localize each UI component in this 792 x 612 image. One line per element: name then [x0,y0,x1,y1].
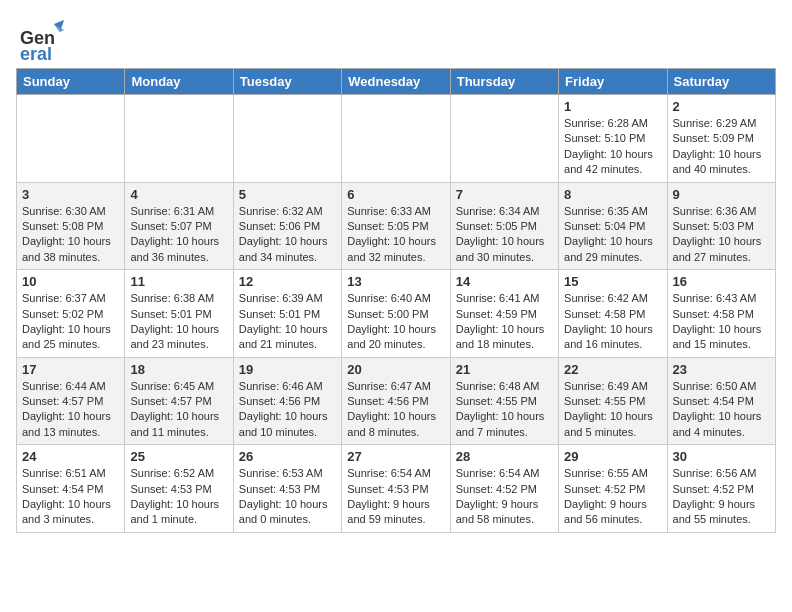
day-info: Sunrise: 6:48 AM Sunset: 4:55 PM Dayligh… [456,379,553,441]
day-info: Sunrise: 6:39 AM Sunset: 5:01 PM Dayligh… [239,291,336,353]
day-number: 22 [564,362,661,377]
calendar-cell: 1Sunrise: 6:28 AM Sunset: 5:10 PM Daylig… [559,95,667,183]
day-info: Sunrise: 6:42 AM Sunset: 4:58 PM Dayligh… [564,291,661,353]
calendar-cell: 20Sunrise: 6:47 AM Sunset: 4:56 PM Dayli… [342,357,450,445]
calendar-cell: 2Sunrise: 6:29 AM Sunset: 5:09 PM Daylig… [667,95,775,183]
calendar-cell: 15Sunrise: 6:42 AM Sunset: 4:58 PM Dayli… [559,270,667,358]
calendar-cell: 8Sunrise: 6:35 AM Sunset: 5:04 PM Daylig… [559,182,667,270]
calendar-cell: 18Sunrise: 6:45 AM Sunset: 4:57 PM Dayli… [125,357,233,445]
day-number: 16 [673,274,770,289]
day-info: Sunrise: 6:33 AM Sunset: 5:05 PM Dayligh… [347,204,444,266]
logo: Gen eral [20,16,68,60]
day-number: 3 [22,187,119,202]
column-header-thursday: Thursday [450,69,558,95]
calendar-table: SundayMondayTuesdayWednesdayThursdayFrid… [16,68,776,533]
day-number: 15 [564,274,661,289]
calendar-cell: 23Sunrise: 6:50 AM Sunset: 4:54 PM Dayli… [667,357,775,445]
calendar-cell: 11Sunrise: 6:38 AM Sunset: 5:01 PM Dayli… [125,270,233,358]
day-number: 20 [347,362,444,377]
calendar-cell: 19Sunrise: 6:46 AM Sunset: 4:56 PM Dayli… [233,357,341,445]
svg-text:eral: eral [20,44,52,60]
calendar-cell [342,95,450,183]
day-info: Sunrise: 6:40 AM Sunset: 5:00 PM Dayligh… [347,291,444,353]
day-info: Sunrise: 6:29 AM Sunset: 5:09 PM Dayligh… [673,116,770,178]
day-number: 10 [22,274,119,289]
day-info: Sunrise: 6:44 AM Sunset: 4:57 PM Dayligh… [22,379,119,441]
day-number: 5 [239,187,336,202]
day-info: Sunrise: 6:31 AM Sunset: 5:07 PM Dayligh… [130,204,227,266]
day-number: 7 [456,187,553,202]
calendar-cell [450,95,558,183]
day-info: Sunrise: 6:41 AM Sunset: 4:59 PM Dayligh… [456,291,553,353]
day-number: 17 [22,362,119,377]
day-number: 18 [130,362,227,377]
day-number: 29 [564,449,661,464]
calendar-cell: 7Sunrise: 6:34 AM Sunset: 5:05 PM Daylig… [450,182,558,270]
day-info: Sunrise: 6:56 AM Sunset: 4:52 PM Dayligh… [673,466,770,528]
calendar-cell: 12Sunrise: 6:39 AM Sunset: 5:01 PM Dayli… [233,270,341,358]
day-number: 13 [347,274,444,289]
day-number: 23 [673,362,770,377]
column-header-monday: Monday [125,69,233,95]
calendar-cell: 29Sunrise: 6:55 AM Sunset: 4:52 PM Dayli… [559,445,667,533]
day-number: 9 [673,187,770,202]
calendar-cell: 14Sunrise: 6:41 AM Sunset: 4:59 PM Dayli… [450,270,558,358]
day-info: Sunrise: 6:36 AM Sunset: 5:03 PM Dayligh… [673,204,770,266]
day-number: 1 [564,99,661,114]
column-header-saturday: Saturday [667,69,775,95]
calendar-cell: 26Sunrise: 6:53 AM Sunset: 4:53 PM Dayli… [233,445,341,533]
calendar-cell: 24Sunrise: 6:51 AM Sunset: 4:54 PM Dayli… [17,445,125,533]
day-number: 27 [347,449,444,464]
day-info: Sunrise: 6:51 AM Sunset: 4:54 PM Dayligh… [22,466,119,528]
calendar-cell: 9Sunrise: 6:36 AM Sunset: 5:03 PM Daylig… [667,182,775,270]
day-info: Sunrise: 6:45 AM Sunset: 4:57 PM Dayligh… [130,379,227,441]
day-info: Sunrise: 6:43 AM Sunset: 4:58 PM Dayligh… [673,291,770,353]
column-header-sunday: Sunday [17,69,125,95]
calendar-cell [125,95,233,183]
calendar-cell: 4Sunrise: 6:31 AM Sunset: 5:07 PM Daylig… [125,182,233,270]
day-number: 30 [673,449,770,464]
calendar-week-4: 17Sunrise: 6:44 AM Sunset: 4:57 PM Dayli… [17,357,776,445]
calendar-cell: 13Sunrise: 6:40 AM Sunset: 5:00 PM Dayli… [342,270,450,358]
column-header-friday: Friday [559,69,667,95]
calendar-cell: 21Sunrise: 6:48 AM Sunset: 4:55 PM Dayli… [450,357,558,445]
day-info: Sunrise: 6:35 AM Sunset: 5:04 PM Dayligh… [564,204,661,266]
calendar-cell: 22Sunrise: 6:49 AM Sunset: 4:55 PM Dayli… [559,357,667,445]
calendar-cell: 27Sunrise: 6:54 AM Sunset: 4:53 PM Dayli… [342,445,450,533]
day-info: Sunrise: 6:54 AM Sunset: 4:52 PM Dayligh… [456,466,553,528]
day-number: 8 [564,187,661,202]
day-number: 11 [130,274,227,289]
day-info: Sunrise: 6:30 AM Sunset: 5:08 PM Dayligh… [22,204,119,266]
day-number: 14 [456,274,553,289]
day-number: 26 [239,449,336,464]
column-header-tuesday: Tuesday [233,69,341,95]
day-info: Sunrise: 6:32 AM Sunset: 5:06 PM Dayligh… [239,204,336,266]
calendar-cell: 6Sunrise: 6:33 AM Sunset: 5:05 PM Daylig… [342,182,450,270]
calendar-week-2: 3Sunrise: 6:30 AM Sunset: 5:08 PM Daylig… [17,182,776,270]
calendar-cell [233,95,341,183]
column-header-wednesday: Wednesday [342,69,450,95]
day-number: 2 [673,99,770,114]
calendar-cell: 10Sunrise: 6:37 AM Sunset: 5:02 PM Dayli… [17,270,125,358]
calendar-cell: 3Sunrise: 6:30 AM Sunset: 5:08 PM Daylig… [17,182,125,270]
calendar-week-1: 1Sunrise: 6:28 AM Sunset: 5:10 PM Daylig… [17,95,776,183]
day-info: Sunrise: 6:47 AM Sunset: 4:56 PM Dayligh… [347,379,444,441]
day-number: 24 [22,449,119,464]
calendar-week-3: 10Sunrise: 6:37 AM Sunset: 5:02 PM Dayli… [17,270,776,358]
day-info: Sunrise: 6:54 AM Sunset: 4:53 PM Dayligh… [347,466,444,528]
calendar-cell: 28Sunrise: 6:54 AM Sunset: 4:52 PM Dayli… [450,445,558,533]
day-number: 25 [130,449,227,464]
calendar-cell: 5Sunrise: 6:32 AM Sunset: 5:06 PM Daylig… [233,182,341,270]
day-info: Sunrise: 6:50 AM Sunset: 4:54 PM Dayligh… [673,379,770,441]
day-number: 12 [239,274,336,289]
day-info: Sunrise: 6:28 AM Sunset: 5:10 PM Dayligh… [564,116,661,178]
day-number: 21 [456,362,553,377]
day-info: Sunrise: 6:46 AM Sunset: 4:56 PM Dayligh… [239,379,336,441]
calendar-cell: 16Sunrise: 6:43 AM Sunset: 4:58 PM Dayli… [667,270,775,358]
calendar-cell: 30Sunrise: 6:56 AM Sunset: 4:52 PM Dayli… [667,445,775,533]
page-header: Gen eral [0,0,792,68]
day-number: 28 [456,449,553,464]
day-info: Sunrise: 6:52 AM Sunset: 4:53 PM Dayligh… [130,466,227,528]
calendar-cell [17,95,125,183]
calendar-cell: 25Sunrise: 6:52 AM Sunset: 4:53 PM Dayli… [125,445,233,533]
